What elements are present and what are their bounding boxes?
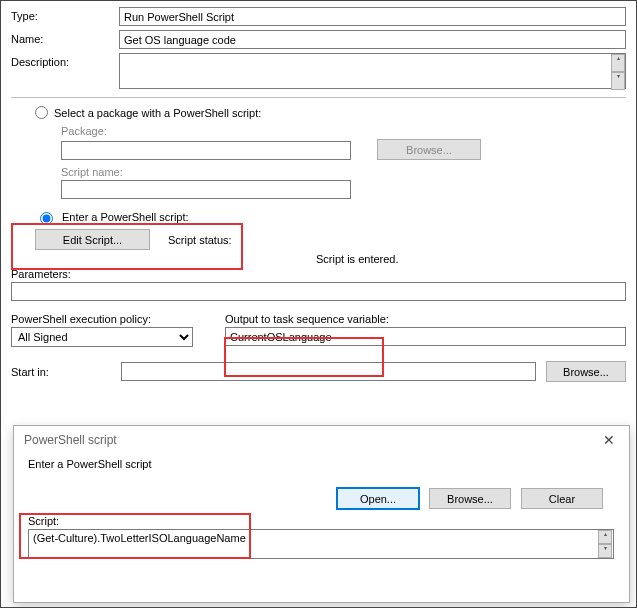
- script-status-label: Script status:: [168, 234, 232, 246]
- parameters-label: Parameters:: [11, 268, 626, 280]
- spinner-up-icon[interactable]: ▴: [611, 54, 625, 72]
- startin-browse-button[interactable]: Browse...: [546, 361, 626, 382]
- startin-label: Start in:: [11, 366, 111, 378]
- spinner-up-icon[interactable]: ▴: [598, 530, 612, 544]
- scriptname-field: [61, 180, 351, 199]
- execution-policy-select[interactable]: All Signed: [11, 327, 193, 347]
- edit-script-button[interactable]: Edit Script...: [35, 229, 150, 250]
- spinner-down-icon[interactable]: ▾: [598, 544, 612, 558]
- enter-script-radio[interactable]: [40, 212, 53, 225]
- package-label: Package:: [61, 125, 626, 137]
- script-label: Script:: [28, 515, 615, 527]
- divider: [11, 97, 626, 98]
- close-icon[interactable]: ✕: [599, 432, 619, 448]
- startin-field[interactable]: [121, 362, 536, 381]
- parameters-field[interactable]: [11, 282, 626, 301]
- select-package-label: Select a package with a PowerShell scrip…: [54, 107, 261, 119]
- spinner-down-icon[interactable]: ▾: [611, 72, 625, 90]
- enter-script-label: Enter a PowerShell script:: [62, 211, 189, 223]
- dialog-title: PowerShell script: [24, 433, 117, 447]
- powershell-script-dialog: PowerShell script ✕ Enter a PowerShell s…: [13, 425, 630, 603]
- name-field[interactable]: [119, 30, 626, 49]
- description-field[interactable]: [119, 53, 626, 89]
- type-field[interactable]: [119, 7, 626, 26]
- name-label: Name:: [11, 30, 119, 45]
- output-variable-label: Output to task sequence variable:: [225, 313, 626, 325]
- select-package-radio[interactable]: [35, 106, 48, 119]
- script-status-value: Script is entered.: [316, 253, 399, 265]
- output-variable-field[interactable]: [225, 327, 626, 346]
- package-field: [61, 141, 351, 160]
- open-button[interactable]: Open...: [337, 488, 419, 509]
- execution-policy-label: PowerShell execution policy:: [11, 313, 193, 325]
- scriptname-label: Script name:: [61, 166, 626, 178]
- dialog-prompt: Enter a PowerShell script: [28, 458, 615, 470]
- script-textarea[interactable]: (Get-Culture).TwoLetterISOLanguageName: [28, 529, 614, 559]
- description-label: Description:: [11, 53, 119, 68]
- dialog-browse-button[interactable]: Browse...: [429, 488, 511, 509]
- clear-button[interactable]: Clear: [521, 488, 603, 509]
- type-label: Type:: [11, 7, 119, 22]
- package-browse-button: Browse...: [377, 139, 481, 160]
